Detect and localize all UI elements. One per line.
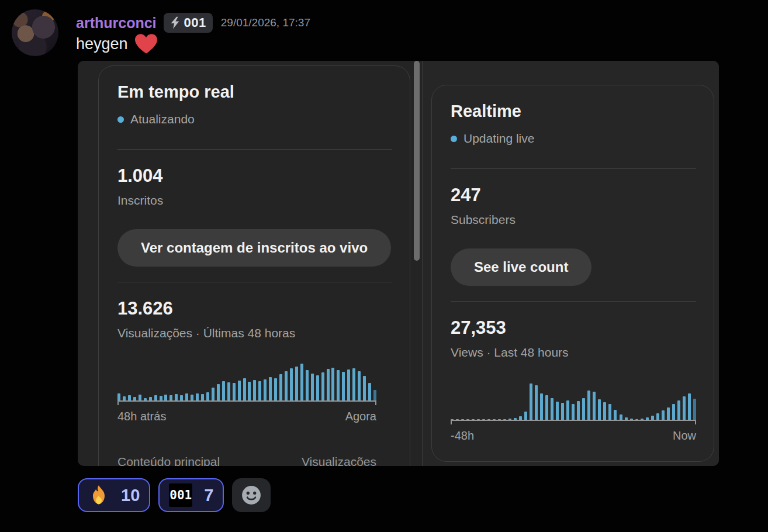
live-count-button: Ver contagem de inscritos ao vivo bbox=[117, 229, 391, 267]
chart-bar bbox=[556, 402, 559, 420]
message-header: arthurconci 001 29/01/2026, 17:37 bbox=[76, 12, 310, 34]
chart-bar bbox=[311, 374, 314, 400]
chart-bar bbox=[149, 397, 152, 400]
chart-bar bbox=[217, 384, 220, 400]
chart-bar bbox=[212, 388, 215, 400]
chart-bar bbox=[243, 378, 246, 400]
chart-bar bbox=[133, 397, 136, 400]
chart-bar bbox=[222, 381, 225, 400]
chart-bar bbox=[688, 393, 691, 420]
live-dot-icon bbox=[117, 116, 124, 123]
status-row: Atualizando bbox=[117, 112, 392, 127]
chart-bar bbox=[180, 395, 183, 400]
subscribers-count: 1.004 bbox=[117, 166, 392, 186]
chart-bar bbox=[620, 414, 622, 420]
views-bar-chart-pt bbox=[117, 360, 376, 402]
chart-bar bbox=[508, 419, 511, 420]
chart-bar bbox=[258, 381, 261, 400]
chart-bar bbox=[144, 398, 147, 400]
chart-bar bbox=[321, 372, 324, 400]
realtime-card-en: Realtime Updating live 247 Subscribers S… bbox=[431, 85, 714, 462]
chart-bar bbox=[253, 380, 256, 400]
chart-bar bbox=[363, 376, 366, 400]
chart-bar bbox=[300, 364, 303, 400]
chart-bar bbox=[175, 394, 178, 400]
axis-label-left: -48h bbox=[451, 429, 474, 443]
chart-bar bbox=[587, 391, 590, 420]
chart-bar bbox=[139, 395, 141, 400]
card-title: Realtime bbox=[451, 101, 696, 122]
chart-bar bbox=[327, 369, 330, 400]
chart-bar bbox=[248, 382, 251, 400]
chart-bar bbox=[519, 416, 522, 420]
chart-bar bbox=[551, 398, 553, 420]
chart-bar bbox=[196, 393, 199, 400]
chart-bar bbox=[290, 368, 293, 400]
axis-label-right: Agora bbox=[345, 410, 376, 423]
chart-bar bbox=[683, 396, 686, 420]
chart-bar bbox=[503, 419, 506, 420]
chart-bar bbox=[493, 419, 496, 420]
chart-bar bbox=[274, 378, 277, 400]
chart-bar bbox=[117, 393, 120, 400]
subscribers-label: Subscribers bbox=[451, 212, 696, 227]
chart-bar bbox=[352, 368, 355, 400]
chart-bar bbox=[233, 383, 236, 400]
attachment-image[interactable]: Em tempo real Atualizando 1.004 Inscrito… bbox=[78, 61, 719, 466]
reaction-count: 7 bbox=[204, 486, 213, 505]
chart-axis-labels: -48h Now bbox=[451, 429, 696, 443]
axis-label-left: 48h atrás bbox=[117, 410, 166, 423]
chart-bar bbox=[456, 419, 459, 420]
chart-bar bbox=[651, 416, 654, 420]
chart-bar bbox=[461, 419, 464, 420]
add-reaction-button[interactable] bbox=[232, 478, 271, 512]
chart-bar bbox=[342, 372, 345, 400]
chart-bar bbox=[316, 375, 319, 400]
views-bar-chart-en bbox=[451, 379, 696, 421]
message-text: heygen bbox=[76, 35, 128, 53]
reaction-001[interactable]: 001 7 bbox=[158, 478, 224, 512]
realtime-card-pt: Em tempo real Atualizando 1.004 Inscrito… bbox=[98, 65, 410, 466]
table-header-views: Visualizações bbox=[302, 455, 376, 466]
chart-bar bbox=[614, 410, 617, 420]
divider bbox=[117, 282, 392, 282]
chart-bar bbox=[472, 419, 475, 420]
chart-bar bbox=[269, 377, 272, 400]
chart-bar bbox=[667, 407, 670, 420]
chart-bar bbox=[561, 403, 564, 420]
lightning-bolt-icon bbox=[170, 16, 180, 30]
chart-bar bbox=[625, 417, 628, 420]
chart-bar bbox=[572, 404, 575, 420]
chart-bar bbox=[227, 382, 230, 400]
avatar[interactable] bbox=[12, 9, 58, 56]
chart-bar bbox=[238, 381, 241, 400]
screenshot-seam bbox=[422, 61, 423, 466]
chart-bar bbox=[598, 399, 601, 420]
clan-badge[interactable]: 001 bbox=[164, 13, 213, 33]
reactions-row: 10 001 7 bbox=[78, 478, 271, 512]
chart-bar bbox=[164, 395, 167, 400]
chart-bar bbox=[630, 419, 633, 420]
username[interactable]: arthurconci bbox=[76, 15, 157, 32]
views-label: Visualizações · Últimas 48 horas bbox=[117, 326, 392, 341]
chart-bar bbox=[498, 419, 501, 420]
divider bbox=[117, 149, 392, 150]
chart-bar bbox=[451, 419, 454, 420]
chart-bar bbox=[545, 395, 548, 420]
heart-emoji bbox=[135, 34, 157, 54]
subscribers-count: 247 bbox=[451, 185, 696, 205]
reaction-count: 10 bbox=[121, 486, 140, 505]
chart-bar bbox=[646, 417, 649, 420]
chart-bar bbox=[206, 392, 209, 400]
chart-bar bbox=[487, 419, 490, 420]
chart-bar bbox=[635, 419, 638, 420]
chart-bar bbox=[603, 402, 606, 420]
chart-bar bbox=[368, 383, 371, 400]
chart-bar bbox=[577, 401, 580, 420]
reaction-fire[interactable]: 10 bbox=[78, 478, 150, 512]
chart-bar bbox=[128, 395, 131, 400]
chart-bar bbox=[123, 396, 126, 400]
smiley-icon bbox=[241, 485, 262, 506]
custom-emoji-001: 001 bbox=[169, 483, 192, 507]
chart-bar bbox=[482, 419, 485, 420]
